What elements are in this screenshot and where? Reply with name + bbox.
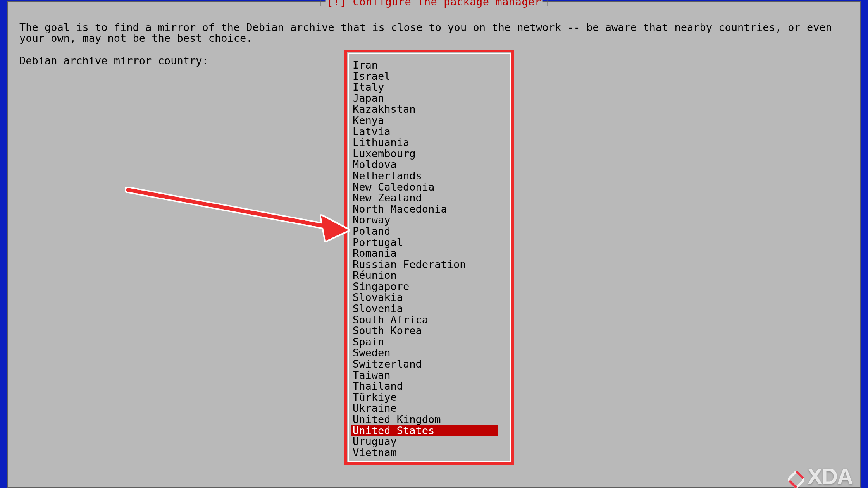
country-option[interactable]: Russian Federation [353, 259, 508, 270]
country-option[interactable]: Réunion [353, 270, 508, 281]
description-text: The goal is to find a mirror of the Debi… [19, 22, 849, 44]
country-option[interactable]: Kazakhstan [353, 104, 508, 115]
country-option[interactable]: Sweden [353, 347, 508, 359]
dialog-title: [!] Configure the package manager [326, 0, 543, 7]
country-option[interactable]: Japan [353, 93, 508, 104]
watermark-diamond-icon [787, 467, 805, 485]
country-option[interactable]: Singapore [353, 281, 508, 292]
country-option[interactable]: Slovakia [353, 292, 508, 303]
country-option[interactable]: United States [351, 425, 498, 436]
prompt-label: Debian archive mirror country: [19, 55, 208, 66]
country-option[interactable]: Romania [353, 248, 508, 259]
country-listbox[interactable]: IranIsraelItalyJapanKazakhstanKenyaLatvi… [353, 60, 508, 458]
dialog-window: [!] Configure the package manager The go… [7, 1, 861, 488]
country-option[interactable]: Italy [353, 82, 508, 93]
country-option[interactable]: New Caledonia [353, 182, 508, 193]
country-option[interactable]: New Zealand [353, 192, 508, 204]
country-option[interactable]: Iran [353, 60, 508, 71]
country-option[interactable]: Switzerland [353, 359, 508, 370]
country-option[interactable]: Luxembourg [353, 148, 508, 160]
country-option[interactable]: Türkiye [353, 392, 508, 403]
country-option[interactable]: South Africa [353, 314, 508, 326]
country-option[interactable]: Norway [353, 215, 508, 226]
country-option[interactable]: Kenya [353, 115, 508, 126]
country-option[interactable]: Portugal [353, 237, 508, 248]
country-option[interactable]: Israel [353, 71, 508, 82]
country-option[interactable]: Moldova [353, 159, 508, 170]
country-option[interactable]: United Kingdom [353, 414, 508, 425]
country-option[interactable]: Slovenia [353, 303, 508, 314]
country-option[interactable]: Thailand [353, 381, 508, 392]
country-option[interactable]: Lithuania [353, 137, 508, 148]
watermark-text: XDA [808, 463, 852, 488]
country-option[interactable]: North Macedonia [353, 204, 508, 215]
title-decor-right-icon [547, 2, 554, 2]
country-option[interactable]: Latvia [353, 126, 508, 137]
country-option[interactable]: Poland [353, 226, 508, 237]
title-decor-left-icon [314, 2, 321, 2]
country-option[interactable]: Netherlands [353, 170, 508, 182]
country-option[interactable]: Taiwan [353, 370, 508, 381]
watermark-logo: XDA [787, 463, 852, 488]
country-option[interactable]: Spain [353, 337, 508, 348]
dialog-title-bar: [!] Configure the package manager [314, 0, 555, 7]
country-option[interactable]: Ukraine [353, 403, 508, 414]
country-option[interactable]: Uruguay [353, 436, 508, 447]
country-option[interactable]: South Korea [353, 325, 508, 337]
country-option[interactable]: Vietnam [353, 447, 508, 459]
